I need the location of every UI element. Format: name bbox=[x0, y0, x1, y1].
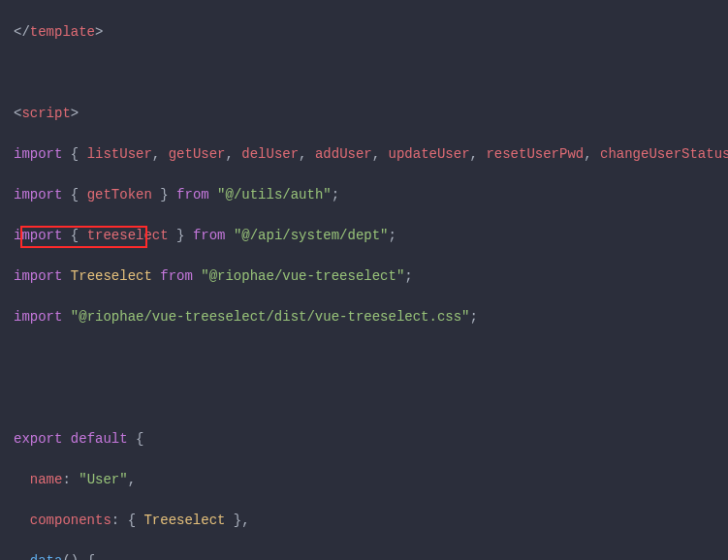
code-line: export default { bbox=[14, 429, 728, 450]
prop-components: components bbox=[30, 513, 111, 528]
code-line: import "@riophae/vue-treeselect/dist/vue… bbox=[14, 307, 728, 327]
code-line: data() { bbox=[14, 551, 728, 560]
keyword-from: from bbox=[193, 228, 226, 243]
import-name: updateUser bbox=[389, 146, 470, 162]
component-ref: Treeselect bbox=[143, 513, 225, 528]
string-literal: "User" bbox=[79, 472, 127, 487]
tag-open: </ bbox=[14, 24, 30, 40]
import-name: resetUserPwd bbox=[486, 146, 584, 162]
tag-close: > bbox=[71, 106, 79, 121]
import-name: delUser bbox=[241, 146, 299, 162]
string-literal: "@riophae/vue-treeselect" bbox=[201, 268, 404, 284]
keyword-from: from bbox=[160, 268, 193, 284]
code-line-blank bbox=[14, 63, 728, 83]
import-name: getUser bbox=[169, 146, 226, 162]
keyword-import: import bbox=[14, 309, 62, 325]
tag-name: template bbox=[30, 24, 95, 40]
import-name: treeselect bbox=[87, 228, 169, 243]
code-line: </template> bbox=[14, 22, 728, 43]
method-data: data bbox=[30, 553, 63, 560]
code-line: import Treeselect from "@riophae/vue-tre… bbox=[14, 266, 728, 287]
code-line: name: "User", bbox=[14, 470, 728, 490]
keyword-export: export bbox=[14, 431, 62, 447]
code-line: import { treeselect } from "@/api/system… bbox=[14, 226, 728, 246]
code-line: import { listUser, getUser, delUser, add… bbox=[14, 144, 728, 165]
keyword-import: import bbox=[14, 268, 62, 284]
string-literal: "@/utils/auth" bbox=[217, 187, 332, 202]
tag-close: > bbox=[95, 24, 103, 40]
code-line: import { getToken } from "@/utils/auth"; bbox=[14, 185, 728, 205]
code-line: components: { Treeselect }, bbox=[14, 511, 728, 531]
keyword-import: import bbox=[14, 146, 62, 162]
prop-name: name bbox=[30, 472, 63, 487]
code-line-blank bbox=[14, 389, 728, 409]
code-editor[interactable]: </template> <script> import { listUser, … bbox=[0, 2, 728, 560]
import-name: getToken bbox=[87, 187, 152, 202]
keyword-import: import bbox=[14, 228, 62, 243]
string-literal: "@riophae/vue-treeselect/dist/vue-treese… bbox=[71, 309, 470, 325]
string-literal: "@/api/system/dept" bbox=[234, 228, 389, 243]
import-default-name: Treeselect bbox=[71, 268, 152, 284]
tag-name: script bbox=[21, 106, 70, 121]
import-name: addUser bbox=[315, 146, 372, 162]
import-name: changeUserStatus bbox=[600, 146, 728, 162]
keyword-default: default bbox=[71, 431, 128, 447]
import-name: listUser bbox=[87, 146, 152, 162]
code-line-blank bbox=[14, 348, 728, 368]
keyword-import: import bbox=[14, 187, 62, 202]
code-line: <script> bbox=[14, 104, 728, 124]
keyword-from: from bbox=[176, 187, 209, 202]
